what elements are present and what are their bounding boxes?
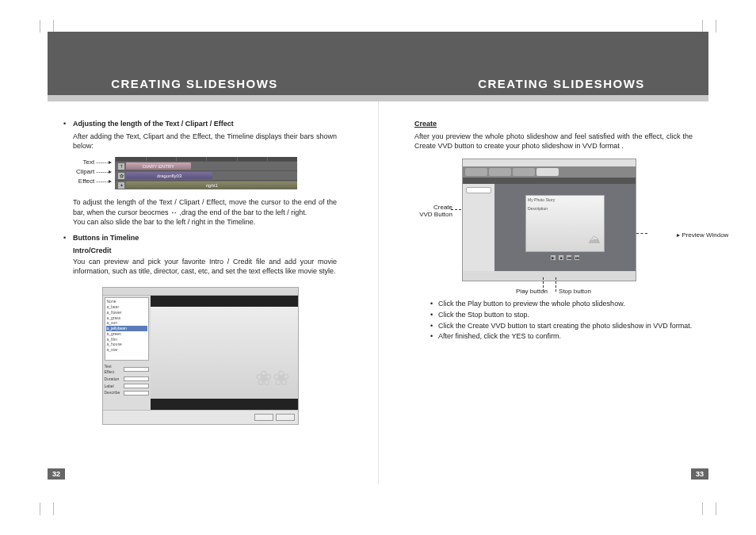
timeline-track-effect: ✦ right1 xyxy=(115,180,297,189)
header-underbar xyxy=(378,95,708,101)
section-heading: Create xyxy=(414,119,693,128)
play-button[interactable]: ▶ xyxy=(550,254,556,261)
header-underbar xyxy=(48,95,378,101)
effect-track-icon: ✦ xyxy=(118,182,124,189)
callout-create-vvd: Create VVD Button xyxy=(408,204,452,219)
section-heading: Buttons in Timeline xyxy=(73,233,139,243)
page-title: CREATING SLIDESHOWS xyxy=(414,32,708,93)
bullet-list: •Click the Play button to preview the wh… xyxy=(430,300,693,342)
timeline-bar: right1 xyxy=(126,182,297,189)
bullet-icon: • xyxy=(63,119,73,128)
prev-button[interactable]: ⏮ xyxy=(566,254,572,261)
callout-row: Play button Stop button xyxy=(414,288,693,296)
page-right: CREATING SLIDESHOWS Create After you pre… xyxy=(378,0,756,535)
preview-window: My Photo Story Description ⛰ xyxy=(525,195,605,252)
intro-credit-screenshot: Nonea_beara_flowera_grassa_sun a_jellybe… xyxy=(102,287,299,425)
sub-heading: Intro/Credit xyxy=(73,246,337,255)
list-item: After finished, click the YES to confirm… xyxy=(438,332,561,342)
list-item: Click the Create VVD button to start cre… xyxy=(438,322,692,331)
timeline-label: Text xyxy=(82,159,94,166)
image-decor-icon: ⛰ xyxy=(588,231,601,248)
paragraph: To adjust the length of the Text / Clipa… xyxy=(73,197,337,216)
create-vvd-button[interactable] xyxy=(466,187,491,193)
section-heading: Adjusting the length of the Text / Clipa… xyxy=(73,119,234,128)
timeline-label: Clipart xyxy=(76,168,94,175)
timeline-bar: DIARY ENTRY xyxy=(126,162,190,170)
timeline-label: Effect xyxy=(78,178,94,185)
stop-button[interactable]: ■ xyxy=(558,254,564,261)
crop-mark xyxy=(702,503,716,515)
content-left: • Adjusting the length of the Text / Cli… xyxy=(63,119,337,425)
crop-mark xyxy=(40,503,54,515)
page-number: 33 xyxy=(691,468,708,480)
create-screenshot: My Photo Story Description ⛰ ▶ ■ ⏮ ⏭ xyxy=(462,159,636,281)
content-right: Create After you preview the whole photo… xyxy=(414,119,693,343)
timeline-figure: Text ------▸ Clipart ------▸ Effect ----… xyxy=(76,157,337,189)
crop-mark xyxy=(702,20,716,32)
timeline-track-text: T DIARY ENTRY xyxy=(115,161,297,170)
bullet-icon: • xyxy=(63,233,73,243)
list-item: Click the Stop button to stop. xyxy=(438,311,529,320)
paragraph: After you preview the whole photo slides… xyxy=(414,132,693,151)
callout-stop: Stop button xyxy=(559,288,591,296)
flower-decor-icon: ❀❀ xyxy=(255,365,290,392)
paragraph: You can preview and pick your favorite I… xyxy=(73,257,337,276)
clipart-track-icon: ✿ xyxy=(118,173,124,179)
list-item: Click the Play button to preview the who… xyxy=(438,300,625,309)
resize-cursor-icon: ↔ xyxy=(170,208,178,216)
file-list: Nonea_beara_flowera_grassa_sun a_jellybe… xyxy=(105,297,149,361)
next-button[interactable]: ⏭ xyxy=(574,254,580,261)
page-left: CREATING SLIDESHOWS • Adjusting the leng… xyxy=(0,0,378,535)
text-track-icon: T xyxy=(118,163,124,170)
page-title: CREATING SLIDESHOWS xyxy=(48,32,342,93)
paragraph: After adding the Text, Clipart and the E… xyxy=(73,132,337,151)
crop-mark xyxy=(40,20,54,32)
paragraph: You can also slide the bar to the left /… xyxy=(73,217,337,227)
timeline-bar: dragonfly03 xyxy=(126,172,212,179)
timeline-track-clipart: ✿ dragonfly03 xyxy=(115,170,297,180)
page-number: 32 xyxy=(48,468,65,480)
callout-preview-window: ▸ Preview Window xyxy=(677,231,740,240)
